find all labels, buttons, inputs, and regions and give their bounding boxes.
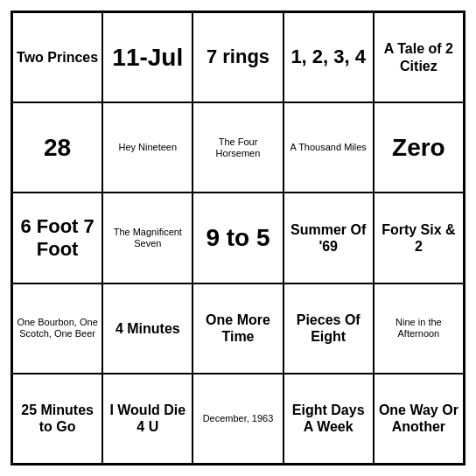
- cell-r0c2: 7 rings: [192, 12, 283, 102]
- cell-r0c4: A Tale of 2 Citiez: [374, 12, 464, 102]
- cell-r0c1: 11-Jul: [102, 12, 192, 102]
- cell-r1c4: Zero: [374, 102, 464, 192]
- cell-label-r3c3: Pieces Of Eight: [288, 312, 369, 345]
- cell-r1c1: Hey Nineteen: [102, 102, 192, 192]
- cell-r3c4: Nine in the Afternoon: [374, 284, 464, 374]
- cell-label-r3c0: One Bourbon, One Scotch, One Beer: [17, 317, 98, 340]
- cell-r4c2: December, 1963: [192, 374, 283, 464]
- cell-r3c3: Pieces Of Eight: [284, 284, 374, 374]
- cell-r0c0: Two Princes: [12, 12, 102, 102]
- cell-label-r1c3: A Thousand Miles: [290, 142, 367, 153]
- cell-r2c2: 9 to 5: [192, 192, 283, 283]
- cell-r4c3: Eight Days A Week: [284, 374, 374, 464]
- cell-label-r1c0: 28: [44, 133, 71, 163]
- cell-label-r1c1: Hey Nineteen: [118, 142, 177, 153]
- cell-label-r2c0: 6 Foot 7 Foot: [17, 215, 98, 262]
- cell-r1c0: 28: [12, 102, 102, 192]
- cell-r4c0: 25 Minutes to Go: [12, 374, 102, 464]
- cell-label-r2c4: Forty Six & 2: [378, 221, 459, 255]
- cell-r2c0: 6 Foot 7 Foot: [12, 192, 102, 283]
- cell-label-r0c4: A Tale of 2 Citiez: [378, 40, 459, 74]
- cell-label-r4c2: December, 1963: [203, 413, 274, 424]
- cell-label-r3c4: Nine in the Afternoon: [378, 317, 459, 340]
- bingo-board: Two Princes11-Jul7 rings1, 2, 3, 4A Tale…: [10, 10, 466, 466]
- cell-label-r4c0: 25 Minutes to Go: [17, 402, 98, 435]
- cell-label-r3c2: One More Time: [197, 312, 278, 345]
- cell-label-r2c1: The Magnificent Seven: [107, 227, 188, 249]
- cell-label-r2c3: Summer Of '69: [288, 221, 369, 255]
- cell-r2c1: The Magnificent Seven: [102, 192, 192, 283]
- cell-r3c0: One Bourbon, One Scotch, One Beer: [12, 284, 102, 374]
- cell-label-r1c2: The Four Horsemen: [197, 136, 278, 159]
- cell-r4c4: One Way Or Another: [374, 374, 464, 464]
- cell-label-r4c4: One Way Or Another: [378, 402, 459, 435]
- cell-r0c3: 1, 2, 3, 4: [284, 12, 374, 102]
- cell-r1c3: A Thousand Miles: [284, 102, 374, 192]
- cell-label-r0c2: 7 rings: [206, 46, 270, 68]
- cell-r3c2: One More Time: [192, 284, 283, 374]
- cell-label-r0c1: 11-Jul: [112, 43, 183, 73]
- cell-label-r3c1: 4 Minutes: [116, 320, 180, 337]
- cell-r1c2: The Four Horsemen: [192, 102, 283, 192]
- cell-label-r1c4: Zero: [392, 133, 445, 163]
- cell-label-r2c2: 9 to 5: [206, 223, 270, 253]
- cell-label-r4c1: I Would Die 4 U: [107, 402, 188, 435]
- cell-r2c4: Forty Six & 2: [374, 192, 464, 283]
- cell-label-r0c3: 1, 2, 3, 4: [290, 46, 366, 68]
- cell-r3c1: 4 Minutes: [102, 284, 192, 374]
- cell-label-r0c0: Two Princes: [17, 49, 98, 66]
- cell-label-r4c3: Eight Days A Week: [288, 402, 369, 435]
- cell-r4c1: I Would Die 4 U: [102, 374, 192, 464]
- cell-r2c3: Summer Of '69: [284, 192, 374, 283]
